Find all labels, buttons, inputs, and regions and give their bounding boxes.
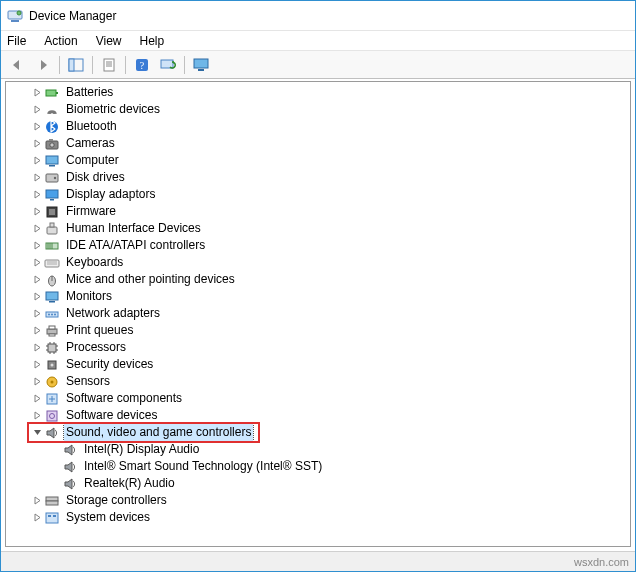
tree-item-label: Human Interface Devices <box>64 220 203 237</box>
chevron-right-icon[interactable] <box>30 275 44 284</box>
svg-rect-29 <box>50 223 54 227</box>
tree-item[interactable]: Cameras <box>6 135 630 152</box>
tree-item-label: Cameras <box>64 135 117 152</box>
chevron-right-icon[interactable] <box>30 394 44 403</box>
system-icon <box>44 510 60 526</box>
tree-item-label: Monitors <box>64 288 114 305</box>
svg-rect-19 <box>49 139 53 141</box>
svg-rect-67 <box>48 515 51 517</box>
tree-item[interactable]: Print queues <box>6 322 630 339</box>
svg-rect-27 <box>49 209 55 215</box>
svg-rect-28 <box>47 227 57 234</box>
tree-item-label: Disk drives <box>64 169 127 186</box>
chevron-right-icon[interactable] <box>30 377 44 386</box>
help-button[interactable]: ? <box>130 54 154 76</box>
chevron-right-icon[interactable] <box>30 105 44 114</box>
chevron-down-icon[interactable] <box>30 428 44 437</box>
chevron-right-icon[interactable] <box>30 241 44 250</box>
scan-hardware-icon <box>160 58 176 72</box>
tree-item[interactable]: Intel® Smart Sound Technology (Intel® SS… <box>6 458 630 475</box>
swdev-icon <box>44 408 60 424</box>
tree-item[interactable]: Monitors <box>6 288 630 305</box>
chevron-right-icon[interactable] <box>30 224 44 233</box>
tree-item[interactable]: Software components <box>6 390 630 407</box>
sound-icon <box>44 425 60 441</box>
menu-file[interactable]: File <box>7 34 26 48</box>
chevron-right-icon[interactable] <box>30 513 44 522</box>
tree-item[interactable]: Sound, video and game controllers <box>6 424 630 441</box>
tree-item[interactable]: Realtek(R) Audio <box>6 475 630 492</box>
chevron-right-icon[interactable] <box>30 122 44 131</box>
tree-item[interactable]: Bluetooth <box>6 118 630 135</box>
tree-item-label: Intel® Smart Sound Technology (Intel® SS… <box>82 458 324 475</box>
tree-item[interactable]: Batteries <box>6 84 630 101</box>
tree-item[interactable]: Human Interface Devices <box>6 220 630 237</box>
tree-item-label: Print queues <box>64 322 135 339</box>
tree-item[interactable]: Security devices <box>6 356 630 373</box>
chevron-right-icon[interactable] <box>30 326 44 335</box>
tree-item[interactable]: Software devices <box>6 407 630 424</box>
monitor-button[interactable] <box>189 54 213 76</box>
help-icon: ? <box>135 58 149 72</box>
title-bar: Device Manager <box>1 1 635 31</box>
tree-item[interactable]: Intel(R) Display Audio <box>6 441 630 458</box>
tree-item[interactable]: Sensors <box>6 373 630 390</box>
chevron-right-icon[interactable] <box>30 360 44 369</box>
battery-icon <box>44 85 60 101</box>
svg-point-43 <box>51 313 53 315</box>
tree-item-label: Computer <box>64 152 121 169</box>
chevron-right-icon[interactable] <box>30 190 44 199</box>
svg-rect-47 <box>49 334 55 336</box>
device-tree[interactable]: BatteriesBiometric devicesBluetoothCamer… <box>6 82 630 528</box>
show-hide-tree-button[interactable] <box>64 54 88 76</box>
svg-rect-25 <box>50 199 54 201</box>
tree-item[interactable]: IDE ATA/ATAPI controllers <box>6 237 630 254</box>
app-icon <box>7 8 23 24</box>
tree-item[interactable]: Display adaptors <box>6 186 630 203</box>
chevron-right-icon[interactable] <box>30 309 44 318</box>
chevron-right-icon[interactable] <box>30 156 44 165</box>
tree-item[interactable]: Disk drives <box>6 169 630 186</box>
network-icon <box>44 306 60 322</box>
svg-rect-22 <box>46 174 58 182</box>
menu-view[interactable]: View <box>96 34 122 48</box>
chevron-right-icon[interactable] <box>30 496 44 505</box>
tree-item[interactable]: Biometric devices <box>6 101 630 118</box>
computer-icon <box>44 153 60 169</box>
forward-button[interactable] <box>31 54 55 76</box>
chevron-right-icon[interactable] <box>30 173 44 182</box>
chevron-right-icon[interactable] <box>30 207 44 216</box>
menu-help[interactable]: Help <box>140 34 165 48</box>
printer-icon <box>44 323 60 339</box>
tree-item-label: IDE ATA/ATAPI controllers <box>64 237 207 254</box>
svg-rect-24 <box>46 190 58 198</box>
chevron-right-icon[interactable] <box>30 88 44 97</box>
svg-rect-13 <box>198 69 204 71</box>
chevron-right-icon[interactable] <box>30 343 44 352</box>
svg-rect-39 <box>46 292 58 300</box>
mouse-icon <box>44 272 60 288</box>
chevron-right-icon[interactable] <box>30 292 44 301</box>
tree-item-label: Sensors <box>64 373 112 390</box>
properties-button[interactable] <box>97 54 121 76</box>
chevron-right-icon[interactable] <box>30 258 44 267</box>
tree-item[interactable]: Keyboards <box>6 254 630 271</box>
chevron-right-icon[interactable] <box>30 411 44 420</box>
tree-item[interactable]: Firmware <box>6 203 630 220</box>
tree-item[interactable]: Processors <box>6 339 630 356</box>
ide-icon <box>44 238 60 254</box>
back-button[interactable] <box>5 54 29 76</box>
tree-item[interactable]: Storage controllers <box>6 492 630 509</box>
svg-point-58 <box>51 363 54 366</box>
tree-item[interactable]: Mice and other pointing devices <box>6 271 630 288</box>
tree-item[interactable]: Computer <box>6 152 630 169</box>
svg-rect-15 <box>56 92 58 94</box>
chevron-right-icon[interactable] <box>30 139 44 148</box>
tree-item[interactable]: System devices <box>6 509 630 526</box>
toolbar: ? <box>1 51 635 79</box>
tree-item[interactable]: Network adapters <box>6 305 630 322</box>
svg-rect-1 <box>11 20 19 22</box>
scan-hardware-button[interactable] <box>156 54 180 76</box>
menu-action[interactable]: Action <box>44 34 77 48</box>
svg-point-60 <box>51 380 54 383</box>
